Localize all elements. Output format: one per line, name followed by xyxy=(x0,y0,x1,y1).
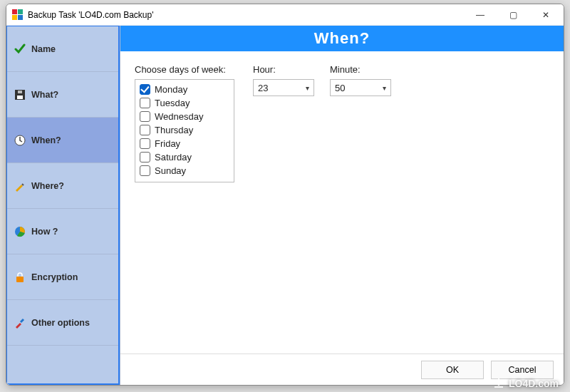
day-item-monday[interactable]: Monday xyxy=(140,83,229,96)
sidebar-item-label: Where? xyxy=(31,181,64,191)
watermark: LO4D.com xyxy=(493,378,559,389)
hour-label: Hour: xyxy=(253,64,314,75)
days-listbox[interactable]: Monday Tuesday Wednesday xyxy=(135,79,234,182)
close-button[interactable]: ✕ xyxy=(529,4,562,26)
sidebar-item-encryption[interactable]: Encryption xyxy=(7,254,118,300)
ok-label: OK xyxy=(446,365,459,375)
cancel-label: Cancel xyxy=(509,365,537,375)
sidebar-item-label: When? xyxy=(31,135,61,145)
sidebar-item-label: Name xyxy=(31,44,56,54)
svg-rect-5 xyxy=(17,96,23,99)
days-label: Choose days of week: xyxy=(135,64,234,75)
day-item-thursday[interactable]: Thursday xyxy=(140,123,229,137)
day-label: Tuesday xyxy=(155,98,190,108)
day-item-friday[interactable]: Friday xyxy=(140,137,229,150)
svg-rect-6 xyxy=(18,91,22,93)
minute-label: Minute: xyxy=(330,64,391,75)
svg-rect-3 xyxy=(18,15,23,20)
download-icon xyxy=(493,378,504,389)
checkbox-tuesday[interactable] xyxy=(140,98,150,108)
svg-rect-0 xyxy=(12,9,17,14)
titlebar: Backup Task 'LO4D.com Backup' — ▢ ✕ xyxy=(6,4,564,26)
day-label: Saturday xyxy=(155,152,192,163)
day-item-wednesday[interactable]: Wednesday xyxy=(140,110,229,123)
minimize-button[interactable]: — xyxy=(464,4,497,26)
day-item-tuesday[interactable]: Tuesday xyxy=(140,96,229,110)
hour-combobox[interactable]: 23 ▾ xyxy=(253,79,314,96)
checkbox-saturday[interactable] xyxy=(140,152,150,163)
checkbox-sunday[interactable] xyxy=(140,165,150,176)
tools-icon xyxy=(14,317,26,329)
day-label: Sunday xyxy=(155,165,186,176)
sidebar-item-label: Encryption xyxy=(31,272,78,282)
day-label: Monday xyxy=(155,84,187,95)
content: When? Choose days of week: Monday xyxy=(120,26,564,385)
svg-rect-9 xyxy=(16,277,24,282)
lock-icon xyxy=(14,272,26,283)
sidebar-item-other[interactable]: Other options xyxy=(7,300,118,346)
checkbox-monday[interactable] xyxy=(140,84,150,95)
maximize-icon: ▢ xyxy=(509,10,517,20)
pie-icon xyxy=(14,226,26,237)
maximize-button[interactable]: ▢ xyxy=(497,4,529,26)
day-item-saturday[interactable]: Saturday xyxy=(140,150,229,164)
sidebar-item-when[interactable]: When? xyxy=(7,118,118,163)
minimize-icon: — xyxy=(476,10,484,20)
watermark-text: LO4D.com xyxy=(509,378,559,389)
cancel-button[interactable]: Cancel xyxy=(491,361,554,379)
dialog-window: Backup Task 'LO4D.com Backup' — ▢ ✕ Name… xyxy=(6,4,564,386)
schedule-pane: Choose days of week: Monday Tuesday xyxy=(120,51,564,354)
sidebar-item-label: Other options xyxy=(31,318,90,328)
ok-button[interactable]: OK xyxy=(421,361,484,379)
checkbox-thursday[interactable] xyxy=(140,125,150,135)
day-label: Friday xyxy=(155,138,180,149)
close-icon: ✕ xyxy=(542,10,549,20)
day-item-sunday[interactable]: Sunday xyxy=(140,164,229,177)
sidebar: Name What? When? xyxy=(6,26,120,385)
page-title: When? xyxy=(314,29,370,48)
clock-icon xyxy=(14,135,26,146)
pencil-tools-icon xyxy=(14,180,26,192)
svg-rect-2 xyxy=(12,15,17,20)
minute-combobox[interactable]: 50 ▾ xyxy=(330,79,391,96)
hour-value: 23 xyxy=(258,83,268,93)
checkbox-friday[interactable] xyxy=(140,138,150,149)
chevron-down-icon: ▾ xyxy=(306,84,309,92)
checkbox-wednesday[interactable] xyxy=(140,111,150,122)
floppy-icon xyxy=(14,89,26,100)
check-icon xyxy=(14,43,26,55)
page-banner: When? xyxy=(120,26,564,51)
sidebar-item-label: What? xyxy=(31,90,58,100)
sidebar-item-what[interactable]: What? xyxy=(7,72,118,118)
minute-value: 50 xyxy=(335,83,345,93)
sidebar-item-how[interactable]: How ? xyxy=(7,209,118,254)
svg-rect-1 xyxy=(18,9,23,14)
day-label: Wednesday xyxy=(155,111,203,122)
window-title: Backup Task 'LO4D.com Backup' xyxy=(28,10,153,20)
chevron-down-icon: ▾ xyxy=(383,84,386,92)
app-icon xyxy=(12,9,24,21)
sidebar-item-where[interactable]: Where? xyxy=(7,163,118,209)
sidebar-item-name[interactable]: Name xyxy=(7,26,118,72)
day-label: Thursday xyxy=(155,125,193,135)
sidebar-item-label: How ? xyxy=(31,227,58,237)
